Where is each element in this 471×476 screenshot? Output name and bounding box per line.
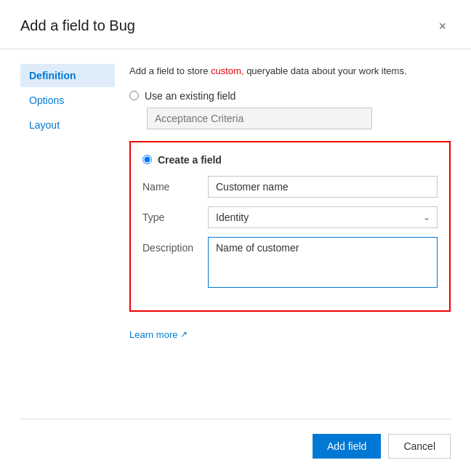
description-label: Description	[142, 237, 208, 254]
name-label: Name	[142, 176, 208, 193]
use-existing-radio[interactable]	[129, 91, 139, 100]
type-select[interactable]: Identity Boolean DateTime Double Integer…	[208, 206, 438, 228]
sidebar-item-layout[interactable]: Layout	[20, 113, 115, 137]
type-select-wrapper: Identity Boolean DateTime Double Integer…	[208, 206, 438, 228]
name-field-row: Name	[142, 176, 438, 198]
existing-field-input[interactable]	[147, 108, 372, 129]
description-input-container: Name of customer	[208, 237, 438, 290]
sidebar-item-definition[interactable]: Definition	[20, 64, 115, 87]
content-area: Definition Options Layout Add a field to…	[20, 64, 451, 419]
description-field-row: Description Name of customer	[142, 237, 438, 290]
close-button[interactable]: ×	[434, 18, 451, 34]
learn-more-link[interactable]: Learn more ↗	[129, 329, 451, 340]
existing-field-container	[147, 108, 451, 129]
type-select-container: Identity Boolean DateTime Double Integer…	[208, 206, 438, 228]
main-content: Add a field to store custom, queryable d…	[122, 64, 451, 419]
sidebar: Definition Options Layout	[20, 64, 122, 419]
external-link-icon: ↗	[180, 329, 188, 339]
description-input[interactable]: Name of customer	[208, 237, 438, 288]
use-existing-label[interactable]: Use an existing field	[145, 90, 236, 102]
cancel-button[interactable]: Cancel	[388, 434, 451, 459]
header-divider	[0, 49, 471, 49]
name-input-container	[208, 176, 438, 198]
intro-text: Add a field to store custom, queryable d…	[129, 64, 451, 78]
dialog-header: Add a field to Bug ×	[20, 17, 451, 34]
dialog: Add a field to Bug × Definition Options …	[0, 0, 471, 476]
create-field-label[interactable]: Create a field	[158, 154, 222, 166]
type-label: Type	[142, 206, 208, 223]
dialog-footer: Add field Cancel	[20, 419, 451, 459]
add-field-button[interactable]: Add field	[313, 434, 381, 459]
dialog-title: Add a field to Bug	[20, 17, 135, 34]
type-field-row: Type Identity Boolean DateTime Double In…	[142, 206, 438, 228]
name-input[interactable]	[208, 176, 438, 198]
create-field-radio[interactable]	[142, 155, 152, 164]
create-field-title: Create a field	[142, 154, 438, 166]
create-field-box: Create a field Name Type Identity Bool	[129, 141, 451, 312]
sidebar-item-options[interactable]: Options	[20, 89, 115, 112]
use-existing-option[interactable]: Use an existing field	[129, 90, 451, 102]
